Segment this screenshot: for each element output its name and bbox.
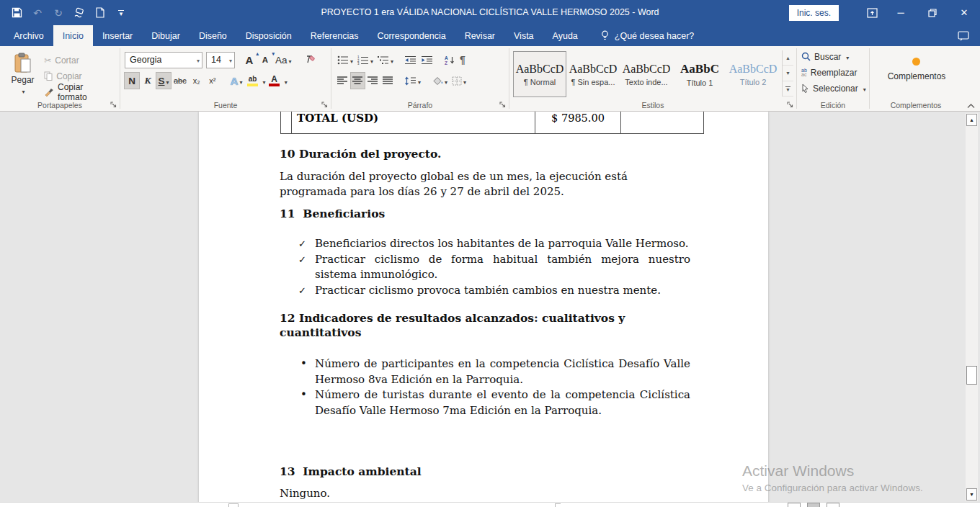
line-spacing-button[interactable] (403, 73, 422, 89)
tab-vista[interactable]: Vista (504, 25, 543, 46)
addins-button[interactable]: Complementos (888, 50, 946, 81)
tab-ayuda[interactable]: Ayuda (543, 25, 587, 46)
document-page[interactable]: TOTAL (USD) $ 7985.00 10 Duración del pr… (199, 112, 768, 507)
find-button[interactable]: Buscar (801, 49, 866, 64)
text-effects-button[interactable]: A (229, 73, 244, 89)
show-marks-button[interactable]: ¶ (458, 52, 467, 68)
group-label-fuente: Fuente (120, 101, 331, 109)
font-name-value: Georgia (130, 55, 161, 65)
dialog-launcher-icon[interactable] (499, 102, 506, 108)
align-right-button[interactable] (366, 73, 380, 89)
borders-button[interactable] (450, 73, 468, 89)
web-layout-icon[interactable] (827, 503, 839, 507)
bold-button[interactable]: N (125, 73, 139, 89)
tell-me-box[interactable]: ¿Qué desea hacer? (600, 25, 695, 46)
grow-font-button[interactable]: A (242, 52, 257, 68)
titlebar-right: Inic. ses. ─ ✕ (789, 0, 980, 25)
tab-correspondencia[interactable]: Correspondencia (368, 25, 455, 46)
sort-button[interactable]: AZ (442, 52, 457, 68)
styles-scroll-down-icon[interactable]: ▼ (783, 66, 793, 81)
select-button[interactable]: Seleccionar (801, 81, 866, 96)
style-normal[interactable]: AaBbCcD ¶ Normal (514, 52, 566, 97)
tab-disposicion[interactable]: Disposición (236, 25, 301, 46)
multilevel-list-button[interactable] (376, 52, 395, 68)
styles-more-icon[interactable]: ▼ (783, 81, 793, 97)
paste-label: Pegar (12, 75, 35, 85)
scroll-up-icon[interactable]: ▲ (966, 114, 977, 126)
style-titulo-2[interactable]: AaBbCcD Título 2 (727, 52, 779, 97)
status-mark (555, 503, 561, 507)
tab-insertar[interactable]: Insertar (93, 25, 142, 46)
comments-icon[interactable] (958, 25, 969, 46)
copy-icon (44, 71, 53, 81)
new-document-icon[interactable] (93, 6, 107, 20)
tab-diseno[interactable]: Diseño (190, 25, 236, 46)
dialog-launcher-icon[interactable] (110, 102, 117, 108)
search-icon (801, 52, 811, 61)
bullet-icon: • (300, 356, 315, 387)
tab-dibujar[interactable]: Dibujar (142, 25, 190, 46)
style-texto-independiente[interactable]: AaBbCcD Texto inde... (620, 52, 672, 97)
subscript-button[interactable]: x₂ (190, 73, 204, 89)
styles-scroll-up-icon[interactable]: ▲ (783, 50, 793, 66)
table-cell-empty (281, 112, 292, 133)
tab-revisar[interactable]: Revisar (455, 25, 504, 46)
paragraph-impacto: Ninguno. (280, 486, 690, 501)
superscript-button[interactable]: x² (205, 73, 220, 89)
minimize-button[interactable]: ─ (885, 0, 917, 25)
highlight-dropdown-icon[interactable] (262, 74, 266, 87)
read-mode-icon[interactable] (788, 503, 801, 507)
dialog-launcher-icon[interactable] (787, 102, 793, 108)
underline-button[interactable]: S (156, 73, 171, 89)
clear-formatting-button[interactable] (302, 52, 316, 68)
font-name-combobox[interactable]: Georgia (125, 52, 202, 68)
shrink-font-button[interactable]: A (258, 52, 272, 68)
change-case-button[interactable]: Aa (274, 52, 293, 68)
heading-impacto: 13 Impacto ambiental (280, 465, 690, 479)
vertical-scrollbar[interactable]: ▲ ▼ (966, 113, 978, 501)
shading-button[interactable] (430, 73, 449, 89)
tab-referencias[interactable]: Referencias (301, 25, 368, 46)
replace-button[interactable]: abac Reemplazar (801, 65, 866, 80)
collapse-ribbon-icon[interactable] (967, 104, 975, 109)
strikethrough-button[interactable]: abc (172, 73, 188, 89)
font-size-combobox[interactable]: 14 (206, 52, 235, 68)
group-label-estilos: Estilos (509, 101, 796, 109)
sign-in-button[interactable]: Inic. ses. (789, 5, 839, 21)
restore-button[interactable] (917, 0, 948, 25)
heading-indicadores: 12 Indicadores de resultados alcanzados:… (280, 311, 690, 340)
style-titulo-1[interactable]: AaBbC Título 1 (674, 52, 726, 97)
customize-qat-icon[interactable]: ▾ (114, 6, 128, 20)
save-icon[interactable] (9, 6, 24, 20)
decrease-indent-button[interactable] (403, 52, 418, 68)
tab-inicio[interactable]: Inicio (53, 25, 93, 46)
font-color-button[interactable]: A (267, 73, 282, 89)
align-left-button[interactable] (336, 73, 349, 89)
scrollbar-thumb[interactable] (966, 366, 977, 385)
close-button[interactable]: ✕ (948, 0, 980, 25)
paste-button[interactable]: Pegar (4, 50, 41, 99)
bullets-button[interactable] (336, 52, 355, 68)
svg-text:3: 3 (357, 62, 360, 65)
dialog-launcher-icon[interactable] (321, 102, 328, 108)
numbering-button[interactable]: 123 (356, 52, 375, 68)
view-switcher (788, 503, 839, 507)
justify-button[interactable] (381, 73, 395, 89)
cut-button: ✂ Cortar (41, 53, 117, 68)
select-cursor-icon (801, 84, 809, 93)
align-center-button[interactable] (351, 73, 365, 89)
tab-archivo[interactable]: Archivo (4, 25, 53, 46)
scroll-down-icon[interactable]: ▼ (966, 488, 977, 501)
format-painter-button[interactable]: Copiar formato (41, 84, 117, 99)
styles-gallery: AaBbCcD ¶ Normal AaBbCcD ¶ Sin espa... A… (514, 50, 779, 99)
italic-button[interactable]: K (141, 73, 155, 89)
print-layout-icon[interactable] (807, 503, 820, 507)
highlight-color-button[interactable]: ab (246, 73, 260, 89)
increase-indent-button[interactable] (419, 52, 435, 68)
document-body: 10 Duración del proyecto. La duración de… (280, 147, 690, 501)
style-sin-espaciado[interactable]: AaBbCcD ¶ Sin espa... (567, 52, 619, 97)
bullet-list: • Número de participantes en la competen… (280, 356, 690, 418)
ribbon-display-options-icon[interactable] (859, 0, 885, 25)
font-color-dropdown-icon[interactable] (283, 74, 288, 87)
ink-eraser-icon[interactable] (72, 6, 86, 20)
